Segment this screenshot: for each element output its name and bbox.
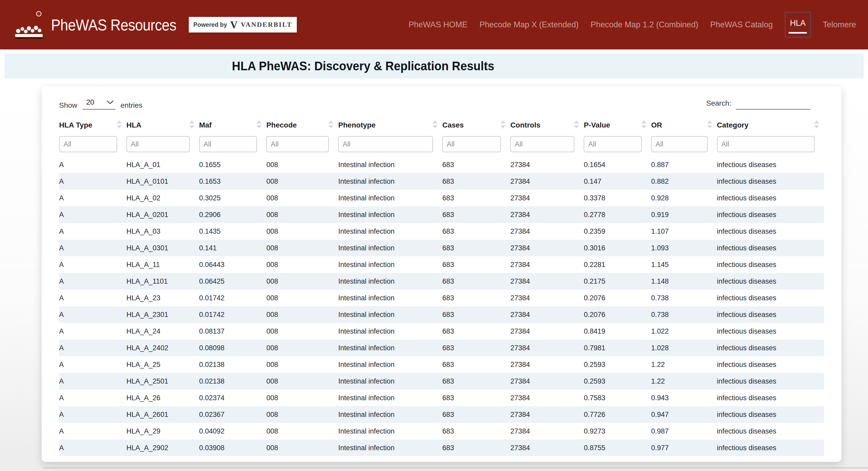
table-cell: 0.987 [651,423,717,440]
table-cell: 683 [442,423,510,440]
table-cell: 27384 [510,223,584,240]
filter-input-or[interactable] [651,136,708,152]
table-cell: 0.02367 [199,406,267,423]
table-cell: 0.02138 [199,373,267,389]
sort-icon [117,121,122,129]
table-cell: 008 [266,406,338,423]
table-row: AHLA_A_110.06443008Intestinal infection6… [59,256,824,273]
nav-item-phewas-home[interactable]: PheWAS HOME [408,20,467,29]
table-cell: infectious diseases [717,406,824,423]
table-cell: 0.1655 [199,156,267,173]
table-cell: A [59,256,127,273]
table-cell: 0.882 [651,173,717,190]
results-card: Show 20 entries Search: HLA TypeHLAMafPh… [42,86,841,462]
table-cell: Intestinal infection [338,323,442,340]
table-cell: 008 [266,306,338,323]
table-cell: 683 [442,256,510,273]
column-header-phecode[interactable]: Phecode [266,113,338,135]
table-cell: 0.9273 [584,423,651,440]
column-header-hla-type[interactable]: HLA Type [59,113,127,135]
table-cell: 27384 [510,340,584,356]
search-input[interactable] [736,99,810,109]
table-cell: 683 [442,356,510,373]
table-cell: 683 [442,273,510,290]
table-cell: 683 [442,240,510,256]
table-cell: 683 [442,406,510,423]
entries-select[interactable]: 20 [83,98,115,109]
table-cell: 0.738 [651,306,717,323]
table-cell: 0.06443 [199,256,267,273]
table-cell: infectious diseases [717,223,824,240]
column-header-maf[interactable]: Maf [199,113,267,135]
filter-input-cases[interactable] [442,136,501,152]
column-header-phenotype[interactable]: Phenotype [338,113,442,135]
nav-item-telomere[interactable]: Telomere [823,20,856,29]
table-cell: A [59,206,127,223]
table-cell: Intestinal infection [338,223,442,240]
powered-by-badge: Powered by V VANDERBILT [189,17,297,33]
nav-item-phewas-catalog[interactable]: PheWAS Catalog [710,20,773,29]
table-cell: 0.147 [584,173,651,190]
table-cell: 0.2076 [584,290,651,306]
search-control: Search: [706,99,811,109]
table-cell: 008 [266,206,338,223]
table-cell: 27384 [510,373,584,389]
table-cell: 008 [266,256,338,273]
column-header-cases[interactable]: Cases [442,113,510,135]
table-cell: infectious diseases [717,290,824,306]
table-cell: 27384 [510,190,584,206]
table-cell: infectious diseases [717,206,824,223]
table-cell: A [59,273,127,290]
filter-input-phecode[interactable] [266,136,329,152]
nav-item-phecode-map-1-2-combined[interactable]: Phecode Map 1.2 (Combined) [591,20,699,29]
table-cell: HLA_A_2601 [127,406,199,423]
table-cell: 0.08137 [199,323,267,340]
table-cell: 27384 [510,389,584,406]
table-cell: 1.22 [651,356,717,373]
column-header-category[interactable]: Category [717,113,824,135]
table-cell: 008 [266,340,338,356]
table-cell: A [59,406,127,423]
filter-input-maf[interactable] [199,136,257,152]
table-cell: 0.3016 [584,240,651,256]
nav-item-phecode-map-x-extended[interactable]: Phecode Map X (Extended) [479,20,579,29]
table-cell: A [59,190,127,206]
filter-input-category[interactable] [717,136,815,152]
table-cell: infectious diseases [717,423,824,440]
filter-input-phenotype[interactable] [338,136,433,152]
filter-input-hla-type[interactable] [59,136,117,152]
table-cell: Intestinal infection [338,423,442,440]
table-cell: A [59,223,127,240]
column-header-hla[interactable]: HLA [127,113,199,135]
filter-input-p-value[interactable] [584,136,642,152]
table-row: AHLA_A_290.04092008Intestinal infection6… [59,423,824,440]
table-cell: 683 [442,190,510,206]
table-cell: A [59,389,127,406]
column-header-or[interactable]: OR [651,113,717,135]
table-cell: 27384 [510,323,584,340]
table-cell: 27384 [510,256,584,273]
column-header-p-value[interactable]: P-Value [584,113,651,135]
brand-title: PheWAS Resources [51,15,176,34]
table-cell: 683 [442,389,510,406]
table-cell: 0.8755 [584,440,651,456]
table-row: AHLA_A_23010.01742008Intestinal infectio… [59,306,824,323]
table-cell: 0.2593 [584,373,651,389]
table-cell: A [59,173,127,190]
column-header-controls[interactable]: Controls [510,113,584,135]
table-cell: HLA_A_2501 [127,373,199,389]
table-cell: Intestinal infection [338,340,442,356]
filter-input-hla[interactable] [127,136,190,152]
table-cell: 0.1653 [199,173,267,190]
table-cell: 1.022 [651,323,717,340]
table-cell: 008 [266,290,338,306]
table-cell: Intestinal infection [338,389,442,406]
table-cell: infectious diseases [717,306,824,323]
table-cell: Intestinal infection [338,240,442,256]
powered-by-label: Powered by [193,21,227,28]
entries-label: entries [121,101,143,109]
table-cell: infectious diseases [717,173,824,190]
nav-item-hla[interactable]: HLA [785,12,811,38]
table-cell: 27384 [510,156,584,173]
filter-input-controls[interactable] [510,136,574,152]
